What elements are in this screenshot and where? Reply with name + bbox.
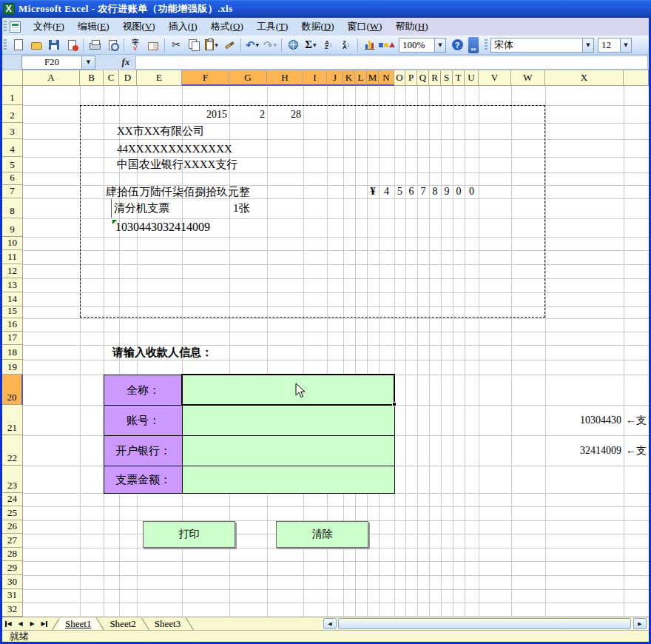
sort-descending-icon[interactable]: ZA ↓ <box>338 38 354 53</box>
column-header-G[interactable]: G <box>229 70 267 86</box>
row-header-19[interactable]: 19 <box>2 360 23 375</box>
column-header-X[interactable]: X <box>545 70 624 86</box>
row-header-8[interactable]: 8 <box>2 198 23 218</box>
autosum-icon[interactable]: Σ▼ <box>303 38 319 53</box>
name-box[interactable]: F20 <box>21 56 82 70</box>
insert-function-icon[interactable]: fx <box>116 56 135 70</box>
new-icon[interactable] <box>10 38 27 53</box>
print-preview-icon[interactable] <box>104 38 121 53</box>
previous-sheet-icon[interactable]: ◀ <box>15 619 26 629</box>
cell-date-year[interactable]: 2015 <box>182 109 227 120</box>
row-header-7[interactable]: 7 <box>2 185 23 198</box>
column-header-R[interactable]: R <box>429 70 441 86</box>
row-header-29[interactable]: 29 <box>2 561 23 575</box>
row-header-26[interactable]: 26 <box>2 520 23 534</box>
next-sheet-icon[interactable]: ▶ <box>27 619 38 629</box>
menu-item-w[interactable]: 窗口(W) <box>340 19 388 35</box>
first-sheet-icon[interactable]: ◀ <box>3 619 14 629</box>
column-header-Q[interactable]: Q <box>417 70 429 86</box>
horizontal-scrollbar-thumb[interactable] <box>338 618 631 629</box>
column-header-S[interactable]: S <box>441 70 453 86</box>
cell-date-month[interactable]: 2 <box>229 109 265 120</box>
cell-amount-digit-7[interactable]: 0 <box>453 185 465 198</box>
font-dropdown-icon[interactable]: ▼ <box>582 38 593 52</box>
scroll-left-icon[interactable]: ◀ <box>323 618 337 629</box>
cell-ref1-value[interactable]: 10304430 <box>545 415 621 426</box>
cell-cheque-count[interactable]: 1张 <box>233 202 250 215</box>
column-header-B[interactable]: B <box>80 70 104 86</box>
name-box-dropdown-icon[interactable]: ▼ <box>82 56 95 70</box>
font-name-combobox[interactable]: 宋体 ▼ <box>490 38 594 53</box>
sheet-tab-sheet1[interactable]: Sheet1 <box>58 618 98 630</box>
spelling-icon[interactable]: 字√ <box>127 38 144 53</box>
row-header-25[interactable]: 25 <box>2 506 23 520</box>
row-header-15[interactable]: 15 <box>2 306 23 318</box>
font-size-combobox[interactable]: 12 ▼ <box>598 38 632 53</box>
cell-date-day[interactable]: 28 <box>267 109 301 120</box>
cell-ref2-note[interactable]: ←支 <box>626 445 647 456</box>
cell-amount-digit-3[interactable]: 6 <box>405 185 417 198</box>
row-header-23[interactable]: 23 <box>2 466 23 493</box>
cell-cheque-number[interactable]: 1030443032414009 <box>115 221 210 234</box>
column-header-C[interactable]: C <box>104 70 119 86</box>
column-header-N[interactable]: N <box>379 70 394 86</box>
clear-button[interactable]: 清除 <box>276 521 368 548</box>
menu-item-h[interactable]: 帮助(H) <box>388 19 434 35</box>
fill-handle[interactable] <box>392 402 397 406</box>
menu-item-i[interactable]: 插入(I) <box>162 19 204 35</box>
row-header-16[interactable]: 16 <box>2 318 23 332</box>
menu-item-v[interactable]: 视图(V) <box>116 19 162 35</box>
sheet-tab-sheet3[interactable]: Sheet3 <box>147 618 188 630</box>
font-size-dropdown-icon[interactable]: ▼ <box>620 38 631 52</box>
cell-company-name[interactable]: XX市XX有限公司 <box>117 125 204 138</box>
row-header-24[interactable]: 24 <box>2 493 23 506</box>
cut-icon[interactable]: ✂ <box>168 38 184 53</box>
column-header-partial[interactable] <box>624 70 649 86</box>
row-header-22[interactable]: 22 <box>2 435 23 466</box>
copy-icon[interactable] <box>186 38 202 53</box>
menu-item-d[interactable]: 数据(D) <box>294 19 340 35</box>
cell-cheque-type[interactable]: 清分机支票 <box>114 202 169 215</box>
column-header-V[interactable]: V <box>479 70 511 86</box>
column-header-U[interactable]: U <box>465 70 479 86</box>
help-icon[interactable]: ? <box>449 38 465 53</box>
column-header-A[interactable]: A <box>23 70 80 86</box>
cell-amount-digit-1[interactable]: 4 <box>379 185 394 198</box>
select-all-corner[interactable] <box>2 70 23 86</box>
column-header-E[interactable]: E <box>137 70 182 86</box>
redo-icon[interactable]: ↷▼ <box>262 38 278 53</box>
row-header-2[interactable]: 2 <box>2 105 23 123</box>
row-header-18[interactable]: 18 <box>2 345 23 360</box>
permission-icon[interactable] <box>64 38 80 53</box>
form-input-2[interactable] <box>182 405 395 436</box>
zoom-dropdown-icon[interactable]: ▼ <box>434 38 445 52</box>
column-header-D[interactable]: D <box>119 70 137 86</box>
row-header-31[interactable]: 31 <box>2 589 23 603</box>
row-header-6[interactable]: 6 <box>2 172 23 185</box>
cell-bank-name[interactable]: 中国农业银行XXXX支行 <box>117 158 237 171</box>
menu-item-o[interactable]: 格式(O) <box>204 19 250 35</box>
column-header-L[interactable]: L <box>355 70 367 86</box>
cell-amount-digit-4[interactable]: 7 <box>417 185 429 198</box>
research-icon[interactable] <box>145 38 161 53</box>
column-header-M[interactable]: M <box>367 70 379 86</box>
cell-ref2-value[interactable]: 32414009 <box>545 445 621 456</box>
scroll-right-icon[interactable]: ▶ <box>633 618 647 629</box>
cell-amount-digit-6[interactable]: 9 <box>441 185 453 198</box>
row-header-11[interactable]: 11 <box>2 250 23 264</box>
column-header-P[interactable]: P <box>405 70 417 86</box>
save-icon[interactable] <box>46 38 62 53</box>
row-header-13[interactable]: 13 <box>2 278 23 292</box>
row-header-32[interactable]: 32 <box>2 603 23 617</box>
row-header-30[interactable]: 30 <box>2 575 23 589</box>
menu-item-f[interactable]: 文件(F) <box>27 19 71 35</box>
column-header-J[interactable]: J <box>327 70 343 86</box>
form-label-4[interactable]: 支票金额： <box>104 466 183 494</box>
zoom-combobox[interactable]: 100% ▼ <box>399 38 446 53</box>
cell-account-number[interactable]: 44XXXXXXXXXXXXX <box>117 143 232 155</box>
column-header-H[interactable]: H <box>267 70 303 86</box>
row-header-12[interactable]: 12 <box>2 264 23 278</box>
row-header-17[interactable]: 17 <box>2 332 23 345</box>
form-label-3[interactable]: 开户银行： <box>104 435 183 466</box>
open-icon[interactable] <box>28 38 44 53</box>
